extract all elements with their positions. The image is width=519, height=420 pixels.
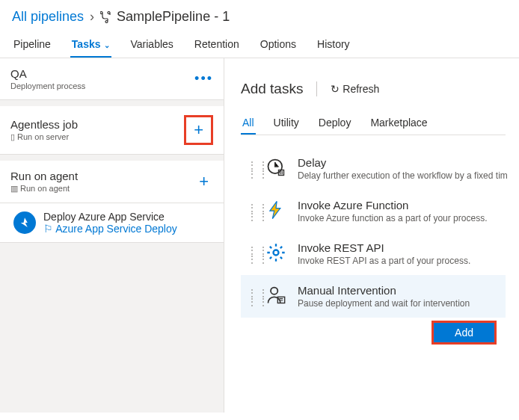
task-title: Invoke REST API — [298, 241, 470, 254]
svg-point-3 — [271, 288, 277, 294]
task-desc: Delay further execution of the workflow … — [298, 170, 508, 181]
person-icon — [265, 284, 287, 306]
deploy-sub: ⚐ Azure App Service Deploy — [43, 223, 177, 235]
job-sub: ▥ Run on agent — [10, 184, 78, 194]
add-task-button[interactable]: + — [194, 172, 213, 191]
job-title: Run on agent — [10, 170, 78, 182]
tab-options[interactable]: Options — [259, 31, 298, 58]
add-button[interactable]: Add — [432, 321, 497, 345]
task-tab-deploy[interactable]: Deploy — [317, 112, 353, 135]
stage-more-icon[interactable]: ••• — [194, 71, 213, 87]
tab-tasks[interactable]: Tasks⌄ — [70, 31, 111, 58]
breadcrumb-current: SamplePipeline - 1 — [117, 9, 230, 25]
clock-icon — [265, 156, 287, 179]
flag-icon: ⚐ — [43, 223, 55, 235]
task-delay[interactable]: ⋮⋮⋮⋮ DelayDelay further execution of the… — [241, 147, 506, 190]
divider — [316, 81, 317, 96]
agent-icon: ▥ — [10, 184, 20, 193]
task-desc: Invoke REST API as a part of your proces… — [298, 256, 470, 266]
stage-name: QA — [10, 67, 85, 80]
grip-icon[interactable]: ⋮⋮⋮⋮ — [247, 156, 254, 179]
task-tab-all[interactable]: All — [241, 112, 256, 135]
deploy-title: Deploy Azure App Service — [43, 211, 177, 223]
pipeline-icon — [100, 11, 112, 23]
task-list: ⋮⋮⋮⋮ DelayDelay further execution of the… — [241, 147, 506, 345]
tab-variables[interactable]: Variables — [129, 31, 175, 58]
agent-job-row[interactable]: Run on agent ▥ Run on agent + — [0, 161, 224, 203]
agentless-job-row[interactable]: Agentless job ▯ Run on server + — [0, 106, 224, 155]
task-tab-utility[interactable]: Utility — [272, 112, 301, 135]
tab-pipeline[interactable]: Pipeline — [12, 31, 52, 58]
chevron-down-icon: ⌄ — [104, 41, 110, 49]
svg-point-2 — [274, 250, 279, 256]
stage-row[interactable]: QA Deployment process ••• — [0, 58, 224, 100]
server-icon: ▯ — [10, 132, 17, 141]
task-manual-intervention[interactable]: ⋮⋮⋮⋮ Manual InterventionPause deployment… — [241, 275, 506, 318]
task-invoke-rest-api[interactable]: ⋮⋮⋮⋮ Invoke REST APIInvoke REST API as a… — [241, 232, 506, 275]
add-tasks-panel: Add tasks ↻ Refresh All Utility Deploy M… — [224, 58, 519, 413]
breadcrumb-root[interactable]: All pipelines — [12, 9, 84, 25]
azure-icon — [13, 211, 36, 234]
refresh-icon: ↻ — [331, 83, 343, 95]
breadcrumb: All pipelines › SamplePipeline - 1 — [0, 0, 519, 31]
task-title: Delay — [298, 156, 508, 169]
task-desc: Pause deployment and wait for interventi… — [298, 298, 470, 309]
grip-icon[interactable]: ⋮⋮⋮⋮ — [247, 241, 254, 264]
gear-icon — [265, 241, 287, 264]
panel-title: Add tasks — [241, 81, 303, 97]
jobs-panel: QA Deployment process ••• Agentless job … — [0, 58, 224, 413]
job-title: Agentless job — [10, 118, 78, 131]
task-invoke-azure-function[interactable]: ⋮⋮⋮⋮ Invoke Azure FunctionInvoke Azure f… — [241, 190, 506, 232]
grip-icon[interactable]: ⋮⋮⋮⋮ — [247, 284, 254, 306]
task-category-tabs: All Utility Deploy Marketplace — [241, 112, 506, 135]
refresh-button[interactable]: ↻ Refresh — [331, 83, 379, 95]
stage-sub: Deployment process — [10, 81, 85, 90]
task-title: Invoke Azure Function — [298, 199, 487, 211]
task-desc: Invoke Azure function as a part of your … — [298, 213, 487, 223]
breadcrumb-sep: › — [90, 9, 94, 25]
nav-tabs: Pipeline Tasks⌄ Variables Retention Opti… — [0, 31, 519, 58]
grip-icon[interactable]: ⋮⋮⋮⋮ — [247, 199, 254, 221]
tab-history[interactable]: History — [316, 31, 351, 58]
job-sub: ▯ Run on server — [10, 132, 78, 142]
deploy-task-row[interactable]: Deploy Azure App Service ⚐ Azure App Ser… — [0, 203, 224, 243]
add-task-button[interactable]: + — [184, 115, 213, 145]
bolt-icon — [265, 199, 287, 221]
tab-retention[interactable]: Retention — [193, 31, 241, 58]
task-tab-marketplace[interactable]: Marketplace — [369, 112, 429, 135]
task-title: Manual Intervention — [298, 284, 470, 297]
